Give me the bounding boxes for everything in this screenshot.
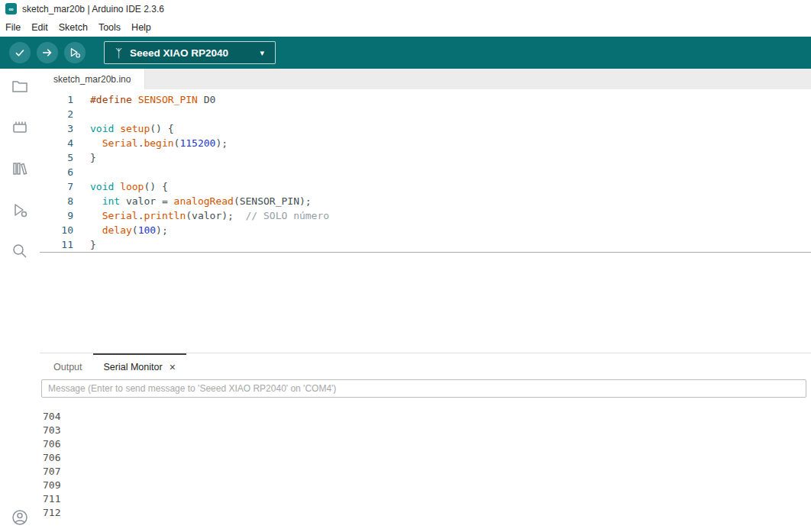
serial-line: 706 bbox=[43, 451, 811, 465]
serial-line: 707 bbox=[43, 465, 811, 479]
code-line[interactable]: 10 delay(100); bbox=[40, 223, 811, 237]
debug-sidebar-icon[interactable] bbox=[10, 200, 30, 220]
library-manager-icon[interactable] bbox=[10, 159, 30, 179]
account-icon[interactable] bbox=[10, 508, 30, 527]
code-area: 1#define SENSOR_PIN D023void setup() {4 … bbox=[40, 92, 811, 253]
code-line[interactable]: 4 Serial.begin(115200); bbox=[40, 136, 811, 150]
line-number: 8 bbox=[40, 194, 73, 208]
debug-icon bbox=[68, 46, 82, 60]
code-line[interactable]: 9 Serial.println(valor); // SOLO número bbox=[40, 208, 811, 223]
debug-button[interactable] bbox=[64, 42, 86, 63]
code-text: Serial.println(valor); // SOLO número bbox=[73, 208, 329, 223]
tab-output[interactable]: Output bbox=[43, 353, 93, 379]
tab-sketch-file[interactable]: sketch_mar20b.ino bbox=[40, 69, 145, 89]
code-line[interactable]: 7void loop() { bbox=[40, 179, 811, 194]
arduino-ide-window: ∞ sketch_mar20b | Arduino IDE 2.3.6 File… bbox=[0, 0, 811, 532]
usb-icon: ᛉ bbox=[115, 47, 122, 59]
line-number: 6 bbox=[40, 165, 73, 179]
code-line[interactable]: 6 bbox=[40, 165, 811, 179]
titlebar: ∞ sketch_mar20b | Arduino IDE 2.3.6 bbox=[0, 0, 811, 18]
line-number: 2 bbox=[40, 107, 73, 121]
code-text: void loop() { bbox=[73, 179, 168, 194]
serial-line: 711 bbox=[43, 492, 811, 506]
code-text: int valor = analogRead(SENSOR_PIN); bbox=[73, 194, 312, 208]
arduino-logo-icon: ∞ bbox=[5, 3, 17, 15]
line-number: 9 bbox=[40, 208, 73, 223]
menu-file[interactable]: File bbox=[5, 22, 27, 33]
code-text: } bbox=[73, 150, 96, 165]
code-line[interactable]: 5} bbox=[40, 150, 811, 165]
tab-serial-monitor-label: Serial Monitor bbox=[104, 362, 163, 372]
line-number: 1 bbox=[40, 92, 73, 107]
editor-content-column: sketch_mar20b.ino 1#define SENSOR_PIN D0… bbox=[40, 69, 811, 532]
verify-button[interactable] bbox=[9, 42, 31, 63]
tab-sketch-file-label: sketch_mar20b.ino bbox=[53, 74, 131, 85]
board-selector-label: Seeed XIAO RP2040 bbox=[130, 47, 252, 59]
menu-sketch[interactable]: Sketch bbox=[59, 22, 95, 33]
code-line[interactable]: 1#define SENSOR_PIN D0 bbox=[40, 92, 811, 107]
line-number: 7 bbox=[40, 179, 73, 194]
serial-line: 712 bbox=[43, 506, 811, 520]
line-number: 5 bbox=[40, 150, 73, 165]
sketchbook-folder-icon[interactable] bbox=[10, 76, 30, 96]
serial-line: 703 bbox=[43, 424, 811, 437]
serial-output[interactable]: 704703706706707709711712 bbox=[40, 398, 811, 532]
line-number: 4 bbox=[40, 136, 73, 150]
boards-manager-icon[interactable] bbox=[10, 118, 30, 137]
search-icon[interactable] bbox=[10, 241, 30, 261]
board-selector-dropdown[interactable]: ᛉ Seeed XIAO RP2040 ▾ bbox=[104, 41, 276, 64]
right-arrow-icon bbox=[40, 46, 54, 60]
close-icon[interactable]: × bbox=[170, 362, 176, 372]
serial-line: 706 bbox=[43, 437, 811, 451]
serial-line: 704 bbox=[43, 410, 811, 424]
code-line[interactable]: 2 bbox=[40, 107, 811, 121]
activity-sidebar bbox=[0, 69, 40, 532]
chevron-down-icon: ▾ bbox=[260, 48, 264, 58]
code-line[interactable]: 11} bbox=[40, 237, 811, 253]
line-number: 10 bbox=[40, 223, 73, 237]
code-text bbox=[73, 165, 90, 179]
main-area: sketch_mar20b.ino 1#define SENSOR_PIN D0… bbox=[0, 69, 811, 532]
code-text bbox=[73, 107, 90, 121]
code-text: delay(100); bbox=[73, 223, 168, 237]
tab-serial-monitor[interactable]: Serial Monitor × bbox=[93, 353, 186, 379]
tab-output-label: Output bbox=[53, 362, 82, 372]
toolbar: ᛉ Seeed XIAO RP2040 ▾ bbox=[0, 37, 811, 69]
code-editor[interactable]: 1#define SENSOR_PIN D023void setup() {4 … bbox=[40, 89, 811, 353]
menu-help[interactable]: Help bbox=[131, 22, 158, 33]
menu-tools[interactable]: Tools bbox=[99, 22, 128, 33]
bottom-panel: Output Serial Monitor × 7047037067067077… bbox=[40, 353, 811, 532]
code-text: #define SENSOR_PIN D0 bbox=[73, 92, 215, 107]
upload-button[interactable] bbox=[37, 42, 58, 63]
menu-edit[interactable]: Edit bbox=[31, 22, 55, 33]
code-line[interactable]: 8 int valor = analogRead(SENSOR_PIN); bbox=[40, 194, 811, 208]
serial-message-input[interactable] bbox=[41, 379, 806, 398]
code-text: void setup() { bbox=[73, 121, 174, 136]
serial-line: 709 bbox=[43, 479, 811, 492]
menubar: File Edit Sketch Tools Help bbox=[0, 18, 811, 37]
window-title: sketch_mar20b | Arduino IDE 2.3.6 bbox=[22, 4, 164, 15]
code-text: } bbox=[73, 237, 96, 252]
bottom-panel-tabs: Output Serial Monitor × bbox=[40, 353, 811, 379]
check-icon bbox=[13, 46, 27, 60]
editor-tabbar: sketch_mar20b.ino bbox=[40, 69, 811, 89]
line-number: 3 bbox=[40, 121, 73, 136]
line-number: 11 bbox=[40, 237, 73, 252]
code-line[interactable]: 3void setup() { bbox=[40, 121, 811, 136]
code-text: Serial.begin(115200); bbox=[73, 136, 228, 150]
serial-input-wrap bbox=[40, 379, 811, 398]
